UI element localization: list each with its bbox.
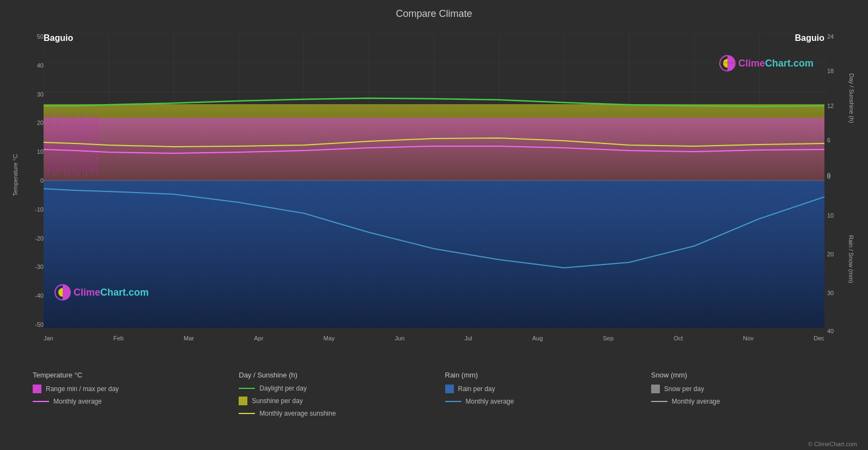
y-tick-20: 20 xyxy=(37,119,44,126)
legend-line-temp-avg xyxy=(33,401,49,402)
y-rain-0: 0 xyxy=(827,173,830,180)
x-tick-oct: Oct xyxy=(673,335,683,341)
legend-label-temp-avg: Monthly average xyxy=(53,398,102,405)
legend-label-sunshine-avg: Monthly average sunshine xyxy=(259,410,336,417)
x-tick-aug: Aug xyxy=(532,335,543,341)
legend-section-sunshine: Day / Sunshine (h) Daylight per day Suns… xyxy=(239,371,445,447)
y-label-right-rain-container: Rain / Snow (mm) xyxy=(847,173,855,344)
y-sunshine-6: 6 xyxy=(827,137,830,143)
legend-item-snow-day: Snow per day xyxy=(651,385,857,393)
legend-line-rain-avg xyxy=(445,401,462,402)
y-tick-10: 10 xyxy=(37,148,44,155)
legend-line-daylight xyxy=(239,388,255,389)
legend-swatch-temp-range xyxy=(33,385,41,393)
legend-label-daylight: Daylight per day xyxy=(259,385,307,392)
legend-title-snow: Snow (mm) xyxy=(651,371,857,379)
x-tick-jan: Jan xyxy=(44,335,53,341)
y-rain-10: 10 xyxy=(827,212,834,219)
chart-wrapper: Baguio Baguio ClimeChart.com 50 40 30 20… xyxy=(11,22,857,344)
temp-range-background xyxy=(44,118,824,181)
legend-item-rain-avg: Monthly average xyxy=(445,398,651,405)
legend-item-temp-avg: Monthly average xyxy=(33,398,239,405)
page-container: Compare Climate Baguio Baguio ClimeChart… xyxy=(0,0,868,450)
y-tick-50: 50 xyxy=(37,33,44,40)
legend-item-sunshine-avg: Monthly average sunshine xyxy=(239,410,445,417)
legend-item-temp-range: Range min / max per day xyxy=(33,385,239,393)
legend-item-daylight: Daylight per day xyxy=(239,385,445,392)
x-tick-dec: Dec xyxy=(814,335,824,341)
y-label-right-rain: Rain / Snow (mm) xyxy=(848,235,855,283)
brand-icon-bottom xyxy=(54,284,71,301)
legend-section-temperature: Temperature °C Range min / max per day M… xyxy=(33,371,239,447)
x-axis: Jan Feb Mar Apr May Jun Jul Aug Sep Oct … xyxy=(44,335,824,341)
legend-item-rain-day: Rain per day xyxy=(445,385,651,393)
legend-section-snow: Snow (mm) Snow per day Monthly average xyxy=(651,371,857,447)
brand-clime-bottom: Clime xyxy=(74,287,100,298)
x-tick-nov: Nov xyxy=(743,335,754,341)
legend-item-sunshine-day: Sunshine per day xyxy=(239,397,445,405)
y-tick-40: 40 xyxy=(37,62,44,69)
legend-item-snow-avg: Monthly average xyxy=(651,398,857,405)
legend-swatch-rain-day xyxy=(445,385,454,393)
chart-svg: // This won't execute in SVG context, do… xyxy=(44,33,824,328)
legend-label-rain-avg: Monthly average xyxy=(466,398,514,405)
y-label-right-sunshine: Day / Sunshine (h) xyxy=(848,73,855,123)
legend: Temperature °C Range min / max per day M… xyxy=(0,365,868,450)
y-rain-30: 30 xyxy=(827,290,834,296)
legend-label-temp-range: Range min / max per day xyxy=(46,385,119,393)
y-tick-m40: -40 xyxy=(35,292,44,299)
y-label-right-sunshine-container: Day / Sunshine (h) xyxy=(847,22,855,173)
y-tick-m50: -50 xyxy=(35,321,44,328)
x-tick-sep: Sep xyxy=(603,335,614,341)
legend-line-snow-avg xyxy=(651,401,667,402)
brand-chart-bottom: Chart.com xyxy=(100,287,149,298)
legend-title-temperature: Temperature °C xyxy=(33,371,239,379)
x-tick-jun: Jun xyxy=(395,335,405,341)
legend-title-rain: Rain (mm) xyxy=(445,371,651,379)
legend-swatch-snow-day xyxy=(651,385,660,393)
y-tick-m20: -20 xyxy=(35,235,44,242)
x-tick-feb: Feb xyxy=(113,335,124,341)
y-sunshine-12: 12 xyxy=(827,103,834,109)
copyright: © ClimeChart.com xyxy=(808,441,857,447)
page-title: Compare Climate xyxy=(11,5,857,20)
y-label-left: Temperature °C xyxy=(12,154,19,196)
y-sunshine-18: 18 xyxy=(827,68,834,74)
legend-label-snow-avg: Monthly average xyxy=(672,398,720,405)
legend-title-sunshine: Day / Sunshine (h) xyxy=(239,371,445,379)
y-label-left-container: Temperature °C xyxy=(11,22,19,328)
brand-logo-bottom: ClimeChart.com xyxy=(54,284,149,301)
legend-section-rain: Rain (mm) Rain per day Monthly average xyxy=(445,371,651,447)
x-tick-apr: Apr xyxy=(254,335,263,341)
y-axis-right-rain: 0 10 20 30 40 xyxy=(827,173,846,334)
y-sunshine-24: 24 xyxy=(827,33,834,40)
legend-swatch-sunshine-day xyxy=(239,397,247,405)
x-tick-jul: Jul xyxy=(464,335,472,341)
x-tick-may: May xyxy=(324,335,335,341)
y-tick-m30: -30 xyxy=(35,263,44,270)
x-tick-mar: Mar xyxy=(184,335,194,341)
legend-line-sunshine-avg xyxy=(239,413,255,414)
y-rain-20: 20 xyxy=(827,251,834,257)
legend-label-rain-day: Rain per day xyxy=(458,385,495,393)
legend-label-sunshine-day: Sunshine per day xyxy=(252,397,302,405)
chart-area: // This won't execute in SVG context, do… xyxy=(44,33,824,328)
y-axis-right-sunshine: 24 18 12 6 0 xyxy=(827,33,846,178)
y-axis-left: 50 40 30 20 10 0 -10 -20 -30 -40 -50 xyxy=(19,33,44,328)
y-rain-40: 40 xyxy=(827,328,834,334)
legend-label-snow-day: Snow per day xyxy=(664,385,704,393)
brand-text-bottom: ClimeChart.com xyxy=(74,287,149,298)
y-tick-30: 30 xyxy=(37,91,44,98)
y-tick-m10: -10 xyxy=(35,206,44,213)
rain-background xyxy=(44,181,824,328)
